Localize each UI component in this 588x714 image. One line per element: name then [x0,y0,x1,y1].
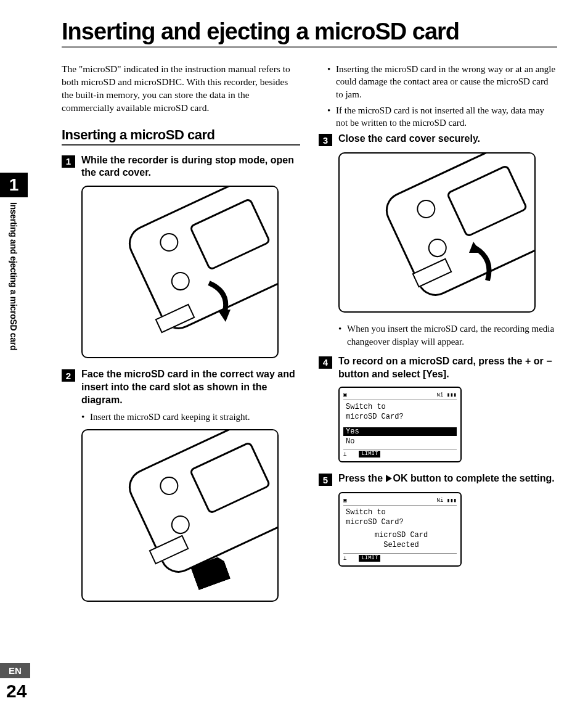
step-1: 1 While the recorder is during stop mode… [62,154,300,359]
step-3: 3 Close the card cover securely. When yo… [319,133,557,348]
step-2: 2 Face the microSD card in the correct w… [62,368,300,602]
play-icon [386,475,392,482]
page-title: Inserting and ejecting a microSD card [62,18,557,48]
chapter-number: 1 [0,173,28,197]
diagram-open-cover [81,186,279,358]
card-icon: ▣ [343,392,346,398]
bullet-item: When you insert the microSD card, the re… [338,322,557,348]
step-title: Close the card cover securely. [338,133,480,146]
svg-marker-1 [469,242,481,253]
bullet-item: Insert the microSD card keeping it strai… [81,411,300,423]
bullet-item: If the microSD card is not inserted all … [327,104,557,129]
diagram-close-cover [338,152,536,313]
step-title: While the recorder is during stop mode, … [81,154,300,180]
arrow-down-icon [203,280,240,323]
left-column: The "microSD" indicated in the instructi… [62,63,300,612]
right-column: Inserting the microSD card in the wrong … [319,63,557,612]
step-badge: 1 [62,155,75,168]
step-badge: 3 [319,134,332,146]
step-badge: 2 [62,369,75,382]
lcd-option-selected: Yes [343,427,457,436]
arrow-up-icon [466,240,503,284]
page-footer: EN 24 [0,663,30,702]
diagram-insert-card [81,429,279,602]
intro-text: The "microSD" indicated in the instructi… [62,63,300,115]
card-icon: ▣ [343,497,346,504]
side-label: Inserting and ejecting a microSD card [0,202,18,350]
bullet-item: Inserting the microSD card in the wrong … [327,63,557,101]
step-badge: 5 [319,474,332,486]
subsection-title: Inserting a microSD card [62,127,300,146]
page-number: 24 [0,681,30,702]
language-badge: EN [0,663,30,678]
step-5: 5 Press the OK button to complete the se… [319,472,557,566]
step-title: Press the OK button to complete the sett… [338,472,555,485]
lcd-option: No [343,437,457,447]
lcd-screen-selected: ▣Ni ▮▮▮ Switch to microSD Card? microSD … [338,492,462,566]
step-title: Face the microSD card in the correct way… [81,368,300,406]
side-tab: 1 Inserting and ejecting a microSD card [0,173,28,350]
lcd-screen-switch: ▣Ni ▮▮▮ Switch to microSD Card? Yes No ⟂… [338,387,462,462]
step-title: To record on a microSD card, press the +… [338,355,557,381]
step-4: 4 To record on a microSD card, press the… [319,355,557,462]
svg-marker-0 [218,310,231,322]
step-badge: 4 [319,356,332,369]
